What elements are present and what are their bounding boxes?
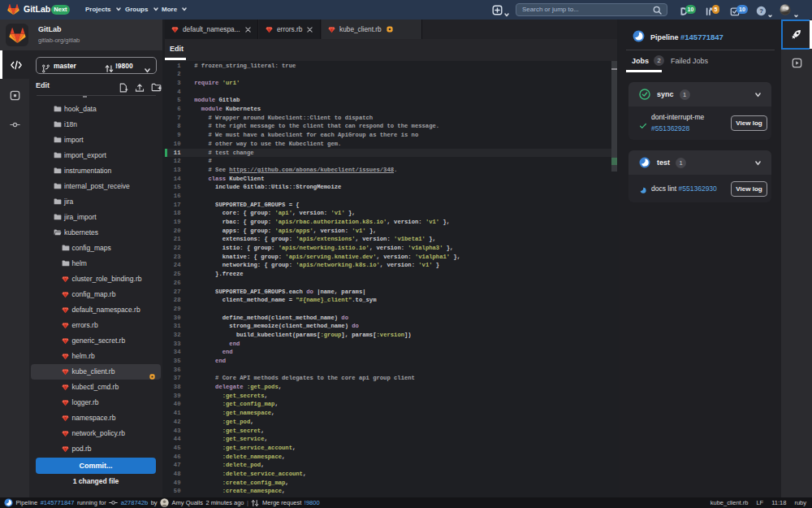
svg-text:?: ? [759, 7, 763, 15]
